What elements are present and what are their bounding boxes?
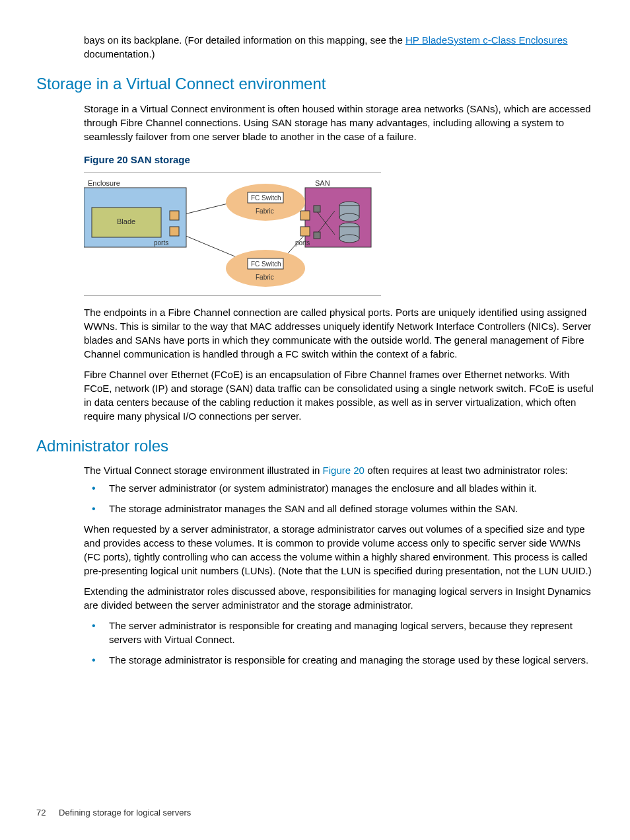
heading-storage-vc: Storage in a Virtual Connect environment (36, 73, 594, 95)
para4-pre: The Virtual Connect storage environment … (84, 465, 323, 476)
para4-post: often requires at least two administrato… (365, 465, 568, 476)
label-ports-left: ports (154, 239, 168, 247)
label-enclosure: Enclosure (88, 179, 120, 187)
figure-20-link[interactable]: Figure 20 (323, 465, 365, 476)
top-text-post: documentation.) (84, 48, 155, 59)
list-item: The server administrator (or system admi… (84, 481, 594, 495)
svg-point-18 (339, 235, 359, 243)
label-fabric-bottom: Fabric (256, 274, 274, 281)
list-item: The storage administrator is responsible… (84, 653, 594, 667)
svg-rect-11 (314, 206, 320, 212)
figure-20-diagram: Enclosure Blade ports SAN (84, 172, 381, 296)
figure-20-caption: Figure 20 SAN storage (84, 153, 594, 167)
para-admin-intro: The Virtual Connect storage environment … (84, 463, 594, 477)
para-extending: Extending the administrator roles discus… (84, 584, 594, 612)
para-endpoints: The endpoints in a Fibre Channel connect… (84, 305, 594, 361)
label-fc-switch-top: FC Switch (251, 194, 281, 202)
hp-bladesystem-link[interactable]: HP BladeSystem c-Class Enclosures (405, 34, 568, 46)
admin-roles-list-1: The server administrator (or system admi… (84, 481, 594, 515)
top-text-pre: bays on its backplane. (For detailed inf… (84, 34, 405, 46)
admin-roles-list-2: The server administrator is responsible … (84, 619, 594, 667)
label-san: SAN (315, 179, 330, 187)
list-item: The storage administrator manages the SA… (84, 502, 594, 515)
page-number: 72 (36, 808, 46, 818)
svg-rect-12 (314, 232, 320, 239)
document-page: bays on its backplane. (For detailed inf… (0, 0, 630, 840)
svg-rect-19 (300, 211, 310, 220)
svg-rect-20 (300, 227, 310, 236)
footer-title: Defining storage for logical servers (59, 808, 191, 818)
para-storage-intro: Storage in a Virtual Connect environment… (84, 102, 594, 143)
san-storage-diagram: Enclosure Blade ports SAN (84, 178, 381, 290)
label-ports-right: ports (295, 239, 310, 247)
para-volumes: When requested by a server administrator… (84, 522, 594, 578)
label-fabric-top: Fabric (256, 208, 274, 215)
label-blade: Blade (117, 217, 135, 225)
label-fc-switch-bottom: FC Switch (251, 260, 281, 268)
svg-rect-6 (170, 211, 179, 220)
svg-rect-7 (170, 227, 179, 236)
top-paragraph: bays on its backplane. (For detailed inf… (84, 33, 594, 61)
list-item: The server administrator is responsible … (84, 619, 594, 646)
page-footer: 72 Defining storage for logical servers (36, 807, 191, 819)
heading-admin-roles: Administrator roles (36, 435, 594, 457)
svg-point-15 (339, 213, 359, 221)
para-fcoe: Fibre Channel over Ethernet (FCoE) is an… (84, 367, 594, 423)
